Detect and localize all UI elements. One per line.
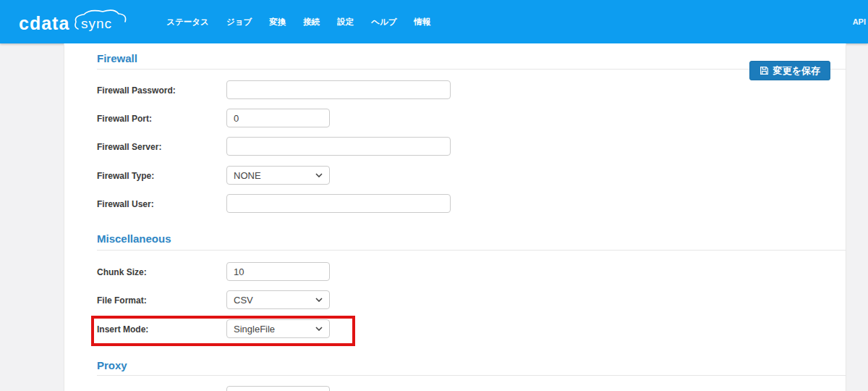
proxy-section-title: Proxy bbox=[97, 359, 127, 371]
nav-status[interactable]: ステータス bbox=[166, 17, 209, 28]
nav-help[interactable]: ヘルプ bbox=[371, 17, 396, 28]
svg-text:sync: sync bbox=[81, 16, 112, 31]
miscellaneous-section-divider bbox=[97, 250, 846, 251]
api-link[interactable]: API bbox=[853, 17, 866, 26]
cloud-icon: sync bbox=[72, 7, 129, 36]
firewall-type-label: Firewall Type: bbox=[97, 171, 154, 181]
save-changes-label: 変更を保存 bbox=[773, 64, 820, 77]
firewall-password-input[interactable] bbox=[226, 80, 451, 99]
cdata-sync-logo[interactable]: cdata sync bbox=[19, 7, 129, 36]
firewall-server-label: Firewall Server: bbox=[97, 142, 161, 152]
nav-settings[interactable]: 設定 bbox=[337, 17, 354, 28]
app-header: cdata sync ステータス ジョブ 変換 接続 設定 ヘルプ 情報 API bbox=[0, 0, 868, 43]
save-floppy-icon bbox=[760, 66, 769, 75]
insert-mode-select[interactable]: SingleFile bbox=[226, 319, 330, 338]
save-changes-button[interactable]: 変更を保存 bbox=[749, 61, 830, 80]
proxy-first-input[interactable] bbox=[226, 386, 330, 391]
firewall-port-label: Firewall Port: bbox=[97, 114, 152, 124]
firewall-type-value: NONE bbox=[234, 170, 261, 181]
brand-sync-cloud: sync bbox=[72, 7, 129, 36]
insert-mode-value: SingleFile bbox=[234, 324, 275, 335]
main-nav: ステータス ジョブ 変換 接続 設定 ヘルプ 情報 bbox=[166, 17, 430, 28]
settings-panel: Firewall 変更を保存 Firewall Password: Firewa… bbox=[64, 43, 846, 391]
insert-mode-label: Insert Mode: bbox=[97, 324, 148, 335]
chunk-size-input[interactable] bbox=[226, 262, 330, 281]
firewall-section-divider bbox=[97, 69, 846, 70]
nav-connections[interactable]: 接続 bbox=[303, 17, 320, 28]
nav-transform[interactable]: 変換 bbox=[269, 17, 286, 28]
firewall-port-input[interactable] bbox=[226, 109, 330, 127]
firewall-password-label: Firewall Password: bbox=[97, 85, 176, 96]
chevron-down-icon bbox=[315, 327, 323, 331]
proxy-section-divider bbox=[97, 375, 846, 376]
firewall-user-label: Firewall User: bbox=[97, 199, 154, 209]
firewall-server-input[interactable] bbox=[226, 137, 451, 156]
file-format-value: CSV bbox=[234, 295, 253, 306]
chunk-size-label: Chunk Size: bbox=[97, 267, 147, 277]
chevron-down-icon bbox=[315, 173, 323, 177]
firewall-user-input[interactable] bbox=[226, 194, 451, 213]
chevron-down-icon bbox=[315, 298, 323, 302]
file-format-label: File Format: bbox=[97, 295, 147, 306]
nav-info[interactable]: 情報 bbox=[414, 17, 431, 28]
nav-jobs[interactable]: ジョブ bbox=[226, 17, 252, 28]
firewall-type-select[interactable]: NONE bbox=[226, 166, 330, 185]
file-format-select[interactable]: CSV bbox=[226, 290, 330, 309]
firewall-section-title: Firewall bbox=[97, 52, 137, 64]
brand-cdata-text: cdata bbox=[19, 10, 69, 36]
miscellaneous-section-title: Miscellaneous bbox=[97, 232, 171, 245]
